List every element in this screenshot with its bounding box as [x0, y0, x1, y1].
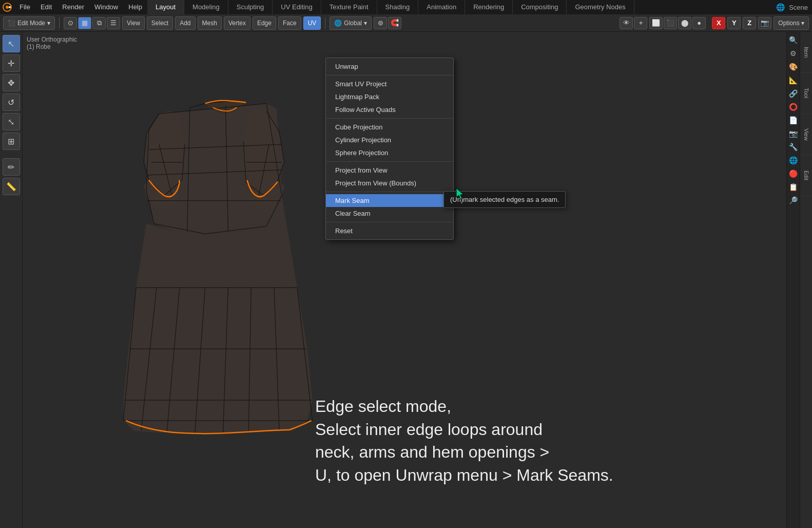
- instruction-line2: Select inner edge loops around: [315, 418, 684, 441]
- ri-object[interactable]: 🎨: [788, 62, 799, 72]
- ri-search[interactable]: 🔍: [788, 35, 799, 45]
- shading-group: ⬜ ⬛ ⬤ ●: [649, 17, 706, 29]
- top-menu-items: File Edit Render Window Help: [14, 0, 147, 14]
- ri-material[interactable]: 🔎: [788, 195, 799, 205]
- solid-shading[interactable]: ⬛: [664, 17, 677, 29]
- global-icon: 🌐: [334, 20, 342, 27]
- tab-compositing[interactable]: Compositing: [513, 0, 567, 14]
- add-menu[interactable]: Add: [175, 16, 195, 30]
- sep-before-cube: [326, 118, 453, 119]
- rotate-tool[interactable]: ↺: [3, 93, 20, 111]
- vertex-menu[interactable]: Vertex: [224, 16, 250, 30]
- x-axis[interactable]: X: [712, 17, 725, 29]
- sep-before-project: [326, 161, 453, 162]
- transform-icons: ⊙ ▦ ⧉ ☰: [64, 17, 120, 29]
- menu-lightmap-pack[interactable]: Lightmap Pack: [326, 90, 453, 103]
- transform-tool[interactable]: ⊞: [3, 133, 20, 150]
- sidebar-tool-tab[interactable]: Tool: [800, 73, 813, 114]
- proportional-edit-icon[interactable]: ⊚: [374, 17, 387, 29]
- menu-project-from-view[interactable]: Project from View: [326, 164, 453, 177]
- mesh-display-icon[interactable]: ▦: [78, 17, 91, 29]
- overlay-icon[interactable]: ⧉: [92, 17, 106, 29]
- xray-icon[interactable]: ☰: [107, 17, 120, 29]
- right-toolbar-icons: 👁 ⌖: [620, 17, 647, 29]
- top-menu-bar: File Edit Render Window Help Layout Mode…: [0, 0, 812, 14]
- rendered-shading[interactable]: ●: [692, 17, 706, 29]
- edge-menu[interactable]: Edge: [253, 16, 276, 30]
- tab-sculpting[interactable]: Sculpting: [228, 0, 273, 14]
- instruction-line4: U, to open Unwrap menu > Mark Seams.: [315, 464, 684, 487]
- tab-layout[interactable]: Layout: [147, 0, 184, 14]
- z-axis[interactable]: Z: [743, 17, 756, 29]
- tab-texture-paint[interactable]: Texture Paint: [321, 0, 377, 14]
- menu-file[interactable]: File: [14, 0, 35, 14]
- select-menu[interactable]: Select: [147, 16, 173, 30]
- menu-project-from-view-bounds[interactable]: Project from View (Bounds): [326, 177, 453, 190]
- face-menu[interactable]: Face: [278, 16, 301, 30]
- sidebar-edit-tab[interactable]: Edit: [800, 155, 813, 196]
- uv-dropdown-menu: Unwrap Smart UV Project Lightmap Pack Fo…: [325, 58, 454, 240]
- menu-follow-active-quads[interactable]: Follow Active Quads: [326, 103, 453, 116]
- menu-edit[interactable]: Edit: [35, 0, 57, 14]
- ri-object-data[interactable]: 📋: [788, 182, 799, 192]
- menu-cube-projection[interactable]: Cube Projection: [326, 121, 453, 134]
- viewport: User Orthographic (1) Robe: [23, 32, 786, 528]
- svg-point-2: [9, 6, 11, 8]
- select-tool[interactable]: ↖: [3, 35, 20, 52]
- menu-reset[interactable]: Reset: [326, 224, 453, 237]
- ri-view-layer[interactable]: 🌐: [788, 155, 799, 165]
- uv-menu[interactable]: UV: [303, 16, 321, 30]
- camera-persp-icon[interactable]: 📷: [758, 17, 771, 29]
- options-button[interactable]: Options ▾: [774, 16, 809, 30]
- ri-constraint[interactable]: 📐: [788, 75, 799, 85]
- menu-mark-seam[interactable]: Mark Seam: [326, 194, 453, 207]
- overlays-icon[interactable]: 👁: [620, 17, 633, 29]
- ri-output[interactable]: 🔧: [788, 142, 799, 152]
- right-icons-panel: 🔍 ⚙ 🎨 📐 🔗 ⭕ 📄 📷 🔧 🌐 🔴 📋 🔎: [786, 32, 800, 528]
- sep-before-mark-seam: [326, 192, 453, 192]
- scale-tool[interactable]: ⤡: [3, 113, 20, 130]
- wireframe-shading[interactable]: ⬜: [649, 17, 663, 29]
- ri-world[interactable]: 🔴: [788, 168, 799, 179]
- scene-icon: 🌐: [776, 3, 785, 11]
- tooltip-text: (Un)mark selected edges as a seam.: [450, 196, 559, 203]
- sidebar-item-tab[interactable]: Item: [800, 32, 813, 73]
- tab-rendering[interactable]: Rendering: [465, 0, 513, 14]
- menu-sphere-projection[interactable]: Sphere Projection: [326, 146, 453, 159]
- mode-selector[interactable]: ⬛ Edit Mode ▾: [3, 16, 55, 30]
- menu-cylinder-projection[interactable]: Cylinder Projection: [326, 134, 453, 146]
- origin-icon[interactable]: ⊙: [64, 17, 77, 29]
- menu-smart-uv-project[interactable]: Smart UV Project: [326, 78, 453, 90]
- tab-shading[interactable]: Shading: [377, 0, 419, 14]
- ri-physics[interactable]: 📄: [788, 115, 799, 125]
- tab-animation[interactable]: Animation: [418, 0, 465, 14]
- annotate-tool[interactable]: ✏: [3, 158, 20, 176]
- tab-uv-editing[interactable]: UV Editing: [273, 0, 321, 14]
- scene-name: Scene: [789, 4, 808, 11]
- mode-icon: ⬛: [8, 20, 15, 27]
- menu-window[interactable]: Window: [89, 0, 123, 14]
- material-shading[interactable]: ⬤: [678, 17, 691, 29]
- view-menu[interactable]: View: [122, 16, 145, 30]
- ri-particles[interactable]: ⭕: [788, 102, 799, 112]
- y-axis[interactable]: Y: [727, 17, 741, 29]
- ri-scene[interactable]: ⚙: [788, 48, 799, 59]
- menu-clear-seam[interactable]: Clear Seam: [326, 207, 453, 220]
- separator-2: [325, 17, 325, 29]
- gizmo-icon[interactable]: ⌖: [634, 17, 647, 29]
- measure-tool[interactable]: 📏: [3, 178, 20, 195]
- ri-render[interactable]: 📷: [788, 128, 799, 139]
- ri-modifier[interactable]: 🔗: [788, 88, 799, 99]
- tab-modeling[interactable]: Modeling: [184, 0, 228, 14]
- snap-icon[interactable]: 🧲: [388, 17, 401, 29]
- menu-help[interactable]: Help: [123, 0, 147, 14]
- sep-after-unwrap: [326, 75, 453, 76]
- menu-unwrap[interactable]: Unwrap: [326, 60, 453, 73]
- move-tool[interactable]: ✥: [3, 74, 20, 91]
- menu-render[interactable]: Render: [57, 0, 89, 14]
- transform-selector[interactable]: 🌐 Global ▾: [330, 16, 372, 30]
- mesh-menu[interactable]: Mesh: [198, 16, 222, 30]
- cursor-tool[interactable]: ✛: [3, 54, 20, 72]
- sidebar-view-tab[interactable]: View: [800, 114, 813, 155]
- tab-geometry-nodes[interactable]: Geometry Nodes: [567, 0, 634, 14]
